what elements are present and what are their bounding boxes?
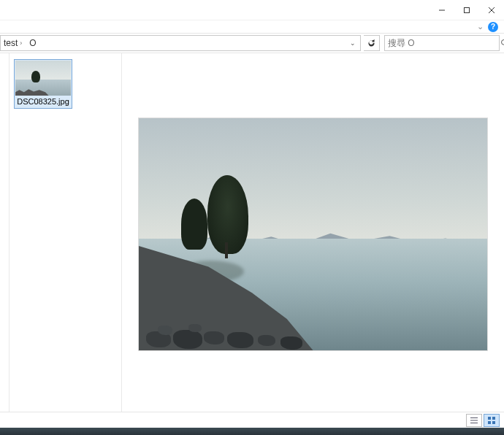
breadcrumb-label: test (4, 38, 18, 48)
breadcrumb-label: O (29, 38, 36, 48)
breadcrumb-segment[interactable]: O (26, 38, 40, 48)
chevron-right-icon[interactable]: › (20, 39, 22, 47)
breadcrumb-segment[interactable]: test › (1, 38, 26, 48)
search-box[interactable] (384, 35, 500, 51)
svg-rect-9 (488, 417, 491, 420)
content-area: DSC08325.jpg (0, 53, 504, 412)
window-minimize-button[interactable] (429, 0, 454, 20)
file-thumbnail (15, 61, 71, 96)
view-thumbnails-button[interactable] (484, 414, 500, 427)
preview-image (138, 118, 488, 351)
window-maximize-button[interactable] (454, 0, 479, 20)
address-bar[interactable]: test › O ⌄ (0, 35, 361, 51)
status-bar (0, 412, 504, 428)
ribbon-help-row: ⌄ ? (0, 20, 504, 33)
svg-rect-11 (488, 421, 491, 424)
file-item[interactable]: DSC08325.jpg (14, 59, 72, 109)
refresh-button[interactable] (364, 35, 380, 51)
address-history-dropdown[interactable]: ⌄ (347, 36, 359, 50)
help-icon[interactable]: ? (488, 22, 498, 32)
svg-rect-1 (465, 7, 470, 12)
desktop-background-edge (0, 428, 504, 435)
file-list-pane[interactable]: DSC08325.jpg (9, 53, 122, 412)
file-name-label: DSC08325.jpg (17, 97, 69, 107)
view-details-button[interactable] (466, 414, 482, 427)
svg-point-4 (502, 40, 505, 45)
window-close-button[interactable] (479, 0, 504, 20)
title-bar (0, 0, 504, 20)
search-icon[interactable] (500, 39, 504, 47)
preview-pane (122, 53, 504, 412)
svg-rect-12 (492, 421, 495, 424)
search-input[interactable] (385, 38, 500, 48)
ribbon-collapse-icon[interactable]: ⌄ (477, 22, 484, 31)
svg-rect-10 (492, 417, 495, 420)
address-bar-row: test › O ⌄ (0, 33, 504, 53)
navigation-pane[interactable] (0, 53, 9, 412)
